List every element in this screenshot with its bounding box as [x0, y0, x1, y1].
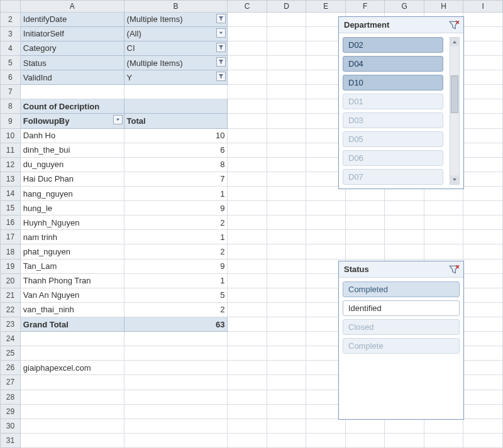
pivot-row-value[interactable]: 6 — [124, 143, 228, 157]
cell[interactable] — [228, 26, 267, 41]
pivot-row-label[interactable]: hang_nguyen — [20, 187, 124, 201]
cell[interactable] — [463, 56, 503, 70]
cell[interactable] — [267, 433, 306, 447]
pivot-filter-label[interactable]: InitiatorSelf — [20, 26, 124, 41]
note-cell[interactable]: giaiphapexcel.com — [20, 361, 124, 375]
cell[interactable] — [228, 143, 267, 157]
slicer-item[interactable]: Completed — [343, 281, 460, 297]
scrollbar[interactable] — [450, 37, 460, 185]
column-header[interactable]: G — [385, 1, 424, 13]
cell[interactable] — [463, 216, 503, 230]
pivot-filter-value[interactable]: Y — [124, 70, 228, 85]
cell[interactable] — [463, 361, 503, 375]
row-header[interactable]: 27 — [1, 375, 21, 390]
cell[interactable] — [385, 201, 424, 216]
cell[interactable] — [463, 404, 503, 418]
cell[interactable] — [267, 332, 306, 346]
cell[interactable] — [424, 230, 463, 244]
cell[interactable] — [124, 361, 228, 375]
pivot-filter-label[interactable]: Status — [20, 56, 124, 70]
cell[interactable] — [228, 41, 267, 55]
cell[interactable] — [463, 390, 503, 404]
cell[interactable] — [228, 259, 267, 273]
slicer-item[interactable]: D03 — [343, 112, 443, 128]
scroll-up-icon[interactable] — [450, 38, 459, 46]
row-header[interactable]: 25 — [1, 346, 21, 361]
scroll-thumb[interactable] — [451, 75, 458, 113]
cell[interactable] — [228, 361, 267, 375]
row-header[interactable]: 5 — [1, 56, 21, 70]
cell[interactable] — [124, 375, 228, 390]
slicer-item[interactable]: Identified — [343, 300, 460, 316]
cell[interactable] — [228, 85, 267, 99]
pivot-row-field[interactable]: FollowupBy — [20, 114, 124, 128]
column-header[interactable]: H — [424, 1, 463, 13]
column-header[interactable]: F — [345, 1, 385, 13]
row-header[interactable]: 11 — [1, 143, 21, 157]
row-header[interactable]: 26 — [1, 361, 21, 375]
pivot-filter-label[interactable]: IdentifyDate — [20, 12, 124, 26]
cell[interactable] — [267, 201, 306, 216]
cell[interactable] — [267, 128, 306, 143]
row-header[interactable]: 19 — [1, 259, 21, 273]
cell[interactable] — [228, 128, 267, 143]
slicer-item[interactable]: Closed — [343, 319, 460, 335]
cell[interactable] — [267, 361, 306, 375]
pivot-filter-value[interactable]: CI — [124, 41, 228, 55]
cell[interactable] — [228, 288, 267, 302]
cell[interactable] — [267, 99, 306, 114]
cell[interactable] — [463, 375, 503, 390]
cell[interactable] — [20, 404, 124, 418]
cell[interactable] — [228, 404, 267, 418]
cell[interactable] — [463, 418, 503, 433]
cell[interactable] — [463, 128, 503, 143]
pivot-col-label[interactable]: Total — [124, 114, 228, 128]
cell[interactable] — [463, 433, 503, 447]
slicer-department[interactable]: Department D02D04D10D01D03D05D06D07 — [338, 16, 464, 189]
slicer-item[interactable]: D05 — [343, 131, 443, 147]
cell[interactable] — [424, 201, 463, 216]
cell[interactable] — [306, 433, 346, 447]
cell[interactable] — [228, 70, 267, 85]
pivot-filter-label[interactable]: ValidInd — [20, 70, 124, 85]
cell[interactable] — [267, 288, 306, 302]
cell[interactable] — [463, 288, 503, 302]
select-all-corner[interactable] — [1, 1, 21, 13]
cell[interactable] — [267, 157, 306, 172]
cell[interactable] — [463, 114, 503, 128]
cell[interactable] — [267, 12, 306, 26]
cell[interactable] — [228, 332, 267, 346]
cell[interactable] — [463, 41, 503, 55]
cell[interactable] — [20, 390, 124, 404]
cell[interactable] — [228, 433, 267, 447]
cell[interactable] — [267, 418, 306, 433]
filter-active-icon[interactable] — [216, 14, 226, 23]
filter-active-icon[interactable] — [216, 43, 226, 52]
cell[interactable] — [124, 404, 228, 418]
pivot-row-value[interactable]: 9 — [124, 259, 228, 273]
slicer-item[interactable]: Complete — [343, 338, 460, 354]
slicer-item[interactable]: D06 — [343, 150, 443, 166]
pivot-grand-total-label[interactable]: Grand Total — [20, 317, 124, 332]
row-header[interactable]: 7 — [1, 85, 21, 99]
cell[interactable] — [124, 332, 228, 346]
filter-active-icon[interactable] — [216, 57, 226, 67]
cell[interactable] — [267, 259, 306, 273]
cell[interactable] — [228, 317, 267, 332]
cell[interactable] — [267, 85, 306, 99]
pivot-grand-total-value[interactable]: 63 — [124, 317, 228, 332]
cell[interactable] — [228, 157, 267, 172]
clear-filter-icon[interactable] — [448, 264, 460, 275]
scroll-down-icon[interactable] — [450, 175, 459, 184]
column-header[interactable]: E — [306, 1, 346, 13]
row-header[interactable]: 20 — [1, 273, 21, 288]
row-header[interactable]: 24 — [1, 332, 21, 346]
cell[interactable] — [463, 12, 503, 26]
cell[interactable] — [124, 433, 228, 447]
cell[interactable] — [228, 201, 267, 216]
pivot-row-label[interactable]: Van An Nguyen — [20, 288, 124, 302]
cell[interactable] — [267, 230, 306, 244]
row-header[interactable]: 21 — [1, 288, 21, 302]
cell[interactable] — [228, 230, 267, 244]
cell[interactable] — [345, 244, 385, 259]
